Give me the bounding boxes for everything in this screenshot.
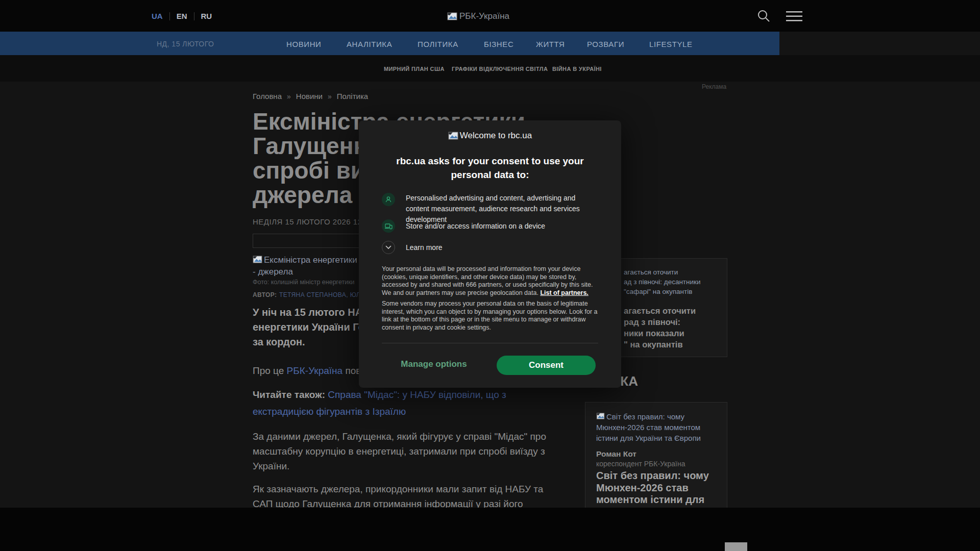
- nav-date: НД, 15 ЛЮТОГО: [157, 40, 214, 48]
- thumb-alt-line: агається оточити: [624, 267, 700, 277]
- sidebar-author-role: кореспондент РБК-Україна: [596, 460, 685, 468]
- article-image-placeholder: Ексміністра енергетики Га - джерела: [253, 254, 369, 278]
- article-paragraph: За даними джерел, Галущенка, який фігуру…: [253, 429, 546, 473]
- thumb-alt-line: Світ без правил: чому: [606, 411, 684, 422]
- consent-paragraph: Some vendors may process your personal d…: [382, 300, 599, 332]
- article-date: НЕДІЛЯ 15 ЛЮТОГО 2026 12:02: [253, 217, 374, 226]
- device-icon: [385, 223, 393, 230]
- list-of-partners-link[interactable]: List of partners.: [540, 289, 588, 296]
- nav-item-lifestyle[interactable]: LIFESTYLE: [649, 40, 693, 48]
- search-icon[interactable]: [756, 9, 771, 23]
- dialog-logo: Welcome to rbc.ua: [359, 131, 621, 141]
- card-title-line: агається оточити: [624, 305, 696, 316]
- topic-blackouts[interactable]: ГРАФІКИ ВІДКЛЮЧЕННЯ СВІТЛА: [452, 66, 548, 72]
- thumb-alt-line: істини для України та Європи: [596, 433, 701, 443]
- author-line: АВТОР: ТЕТЯНА СТЕПАНОВА, ЮЛІЯ А: [253, 290, 373, 299]
- nav-item-analityka[interactable]: АНАЛІТИКА: [347, 40, 392, 48]
- dialog-heading: rbc.ua asks for your consent to use your…: [359, 154, 621, 182]
- divider: [382, 343, 598, 343]
- bottom-ad-band: [0, 508, 980, 551]
- image-alt-text: Ексміністра енергетики Га: [264, 254, 369, 266]
- thumb-alt-line: "сафарі" на окупантів: [624, 287, 700, 296]
- nav-item-rozvahy[interactable]: РОЗВАГИ: [587, 40, 624, 48]
- breadcrumb-home[interactable]: Головна: [253, 92, 282, 101]
- lead-line: У ніч на 15 лютого НАБ: [253, 305, 370, 320]
- purpose-row: Store and/or access information on a dev…: [382, 219, 598, 233]
- card-title-line: " на окупантів: [624, 339, 696, 350]
- hamburger-menu-icon[interactable]: [786, 11, 802, 22]
- consent-dialog: Welcome to rbc.ua rbc.ua asks for your c…: [359, 120, 621, 388]
- thumb-alt-line: ад з півночі: десантники: [624, 277, 700, 287]
- heading-line: personal data to:: [359, 168, 621, 182]
- nav-item-biznes[interactable]: БІЗНЕС: [484, 40, 513, 48]
- broken-image-icon: [253, 256, 262, 263]
- article-lead: У ніч на 15 лютого НАБ енергетики Україн…: [253, 305, 370, 349]
- consent-paragraph: Your personal data will be processed and…: [382, 265, 599, 297]
- text: Про це: [253, 365, 287, 376]
- nav-item-novyny[interactable]: НОВИНИ: [286, 40, 322, 48]
- partial-thumbnail: [725, 542, 747, 551]
- page: UA EN RU РБК-Україна НД, 15 ЛЮТОГО НОВИН…: [0, 0, 980, 551]
- sidebar-card-title[interactable]: агається оточити рад з півночі: ники пок…: [624, 305, 696, 350]
- lang-ua[interactable]: UA: [152, 12, 163, 20]
- manage-options-button[interactable]: Manage options: [383, 359, 485, 369]
- breadcrumb-separator: »: [287, 92, 291, 101]
- breadcrumb-separator: »: [328, 92, 332, 101]
- lead-line: енергетики України Гер: [253, 320, 370, 335]
- chevron-down-icon: [385, 245, 391, 249]
- lang-ru[interactable]: RU: [201, 12, 212, 20]
- body-line: України.: [253, 459, 546, 473]
- lead-line: за кордон.: [253, 335, 370, 349]
- person-icon: [385, 196, 392, 203]
- breadcrumb: Головна » Новини » Політика: [253, 92, 368, 101]
- topic-war[interactable]: ВІЙНА В УКРАЇНІ: [552, 66, 602, 72]
- read-also-link[interactable]: Справа "Мідас": у НАБУ відповіли, що з: [328, 389, 506, 400]
- body-line: За даними джерел, Галущенка, який фігуру…: [253, 429, 546, 444]
- breadcrumb-politics[interactable]: Політика: [337, 92, 368, 101]
- read-also-label: Читайте також:: [253, 389, 325, 400]
- nav-item-polityka[interactable]: ПОЛІТИКА: [418, 40, 458, 48]
- site-logo[interactable]: РБК-Україна: [447, 11, 509, 21]
- article-paragraph: Як зазначають джелера, прикордонники мал…: [253, 482, 543, 511]
- thumb-alt-line: Мюнхен-2026 став моментом: [596, 422, 701, 433]
- read-also-link[interactable]: екстрадицією фігурантів з Ізраїлю: [253, 403, 506, 420]
- share-button[interactable]: [253, 234, 362, 247]
- learn-more-row[interactable]: Learn more: [382, 241, 598, 254]
- nav-item-zhyttia[interactable]: ЖИТТЯ: [536, 40, 565, 48]
- author-label: АВТОР:: [253, 291, 277, 298]
- source-link[interactable]: РБК-Україна: [287, 365, 343, 376]
- divider: [169, 12, 170, 20]
- image-alt-text: - джерела: [253, 266, 369, 278]
- consent-button[interactable]: Consent: [497, 356, 596, 375]
- sidebar-card-thumb-alt: Світ без правил: чому Мюнхен-2026 став м…: [596, 411, 701, 443]
- card-title-line: ники показали: [624, 328, 696, 339]
- divider: [194, 12, 194, 20]
- broken-image-icon: [448, 132, 458, 140]
- body-line: масштабну корупцію в енергетиці, затрима…: [253, 444, 546, 459]
- site-logo-text: РБК-Україна: [459, 11, 509, 21]
- sidebar-author-name[interactable]: Роман Кот: [596, 449, 636, 459]
- card-title-line: моментом істини для: [596, 494, 709, 506]
- breadcrumb-news[interactable]: Новини: [296, 92, 323, 101]
- ad-label: Реклама: [702, 83, 726, 90]
- lang-en[interactable]: EN: [177, 12, 187, 20]
- heading-line: rbc.ua asks for your consent to use your: [359, 154, 621, 168]
- card-title-line: Світ без правил: чому: [596, 470, 709, 482]
- learn-more-label: Learn more: [406, 242, 443, 253]
- dialog-logo-text: Welcome to rbc.ua: [460, 131, 532, 141]
- body-line: Як зазначають джелера, прикордонники мал…: [253, 482, 543, 496]
- sidebar-card-thumb-alt: агається оточити ад з півночі: десантник…: [624, 267, 700, 296]
- card-title-line: Мюнхен-2026 став: [596, 482, 709, 494]
- broken-image-icon: [596, 413, 605, 419]
- photo-caption: Фото: колишній міністр енергетики: [253, 279, 355, 286]
- broken-image-icon: [447, 12, 457, 20]
- purpose-text: Store and/or access information on a dev…: [406, 221, 545, 232]
- language-switcher: UA EN RU: [152, 12, 212, 20]
- topic-peace-plan[interactable]: МИРНИЙ ПЛАН США: [384, 66, 445, 72]
- read-also-paragraph: Читайте також: Справа "Мідас": у НАБУ ві…: [253, 386, 506, 420]
- card-title-line: рад з півночі:: [624, 316, 696, 328]
